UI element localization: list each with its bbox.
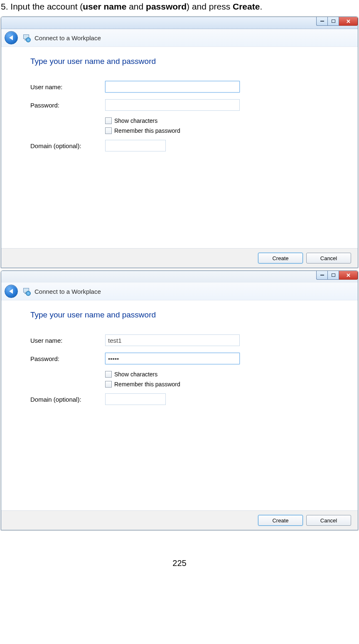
instr-username: user name [83,2,126,11]
instr-prefix: 5. Input the account ( [1,2,83,11]
password-label: Password: [30,102,105,109]
page-number: 225 [1,559,358,568]
show-characters-label: Show characters [114,117,157,124]
minimize-button[interactable] [316,17,327,26]
back-arrow-icon [9,289,13,294]
instr-create: Create [233,2,260,11]
cancel-button[interactable]: Cancel [306,515,351,526]
network-icon [22,34,30,42]
username-input[interactable] [105,334,240,346]
domain-input[interactable] [105,393,166,405]
close-button[interactable]: ✕ [339,17,358,26]
instr-password: password [146,2,187,11]
show-characters-checkbox[interactable] [105,371,112,378]
back-button[interactable] [5,285,18,298]
instr-suf1: ) and press [187,2,233,11]
back-button[interactable] [5,31,18,44]
domain-label: Domain (optional): [30,142,105,149]
create-button[interactable]: Create [258,253,303,263]
back-arrow-icon [9,35,13,40]
connect-workplace-window-1: ✕ Connect to a Workplace Type your user … [1,17,358,268]
remember-password-checkbox[interactable] [105,127,112,134]
minimize-button[interactable] [316,271,327,280]
window-titlebar: ✕ [1,17,358,29]
cancel-button[interactable]: Cancel [306,253,351,263]
page-heading: Type your user name and password [30,57,341,66]
show-characters-checkbox[interactable] [105,117,112,124]
instr-suf2: . [260,2,262,11]
close-button[interactable]: ✕ [339,271,358,280]
password-input[interactable] [105,353,240,364]
wizard-title: Connect to a Workplace [34,34,101,41]
connect-workplace-window-2: ✕ Connect to a Workplace Type your user … [1,271,358,530]
window-footer: Create Cancel [1,510,358,530]
wizard-title: Connect to a Workplace [34,288,101,295]
remember-password-checkbox[interactable] [105,381,112,388]
username-input[interactable] [105,81,240,93]
username-label: User name: [30,337,105,344]
password-input[interactable] [105,99,240,111]
instr-mid: and [126,2,146,11]
password-label: Password: [30,355,105,362]
maximize-button[interactable] [327,17,339,26]
page-heading: Type your user name and password [30,310,341,320]
username-label: User name: [30,83,105,90]
remember-password-label: Remember this password [114,381,180,388]
remember-password-label: Remember this password [114,127,180,134]
network-icon [22,287,30,295]
obscured-background: ✕ [1,271,358,283]
domain-input[interactable] [105,140,166,151]
window-footer: Create Cancel [1,248,358,268]
maximize-button[interactable] [327,271,339,280]
wizard-header: Connect to a Workplace [1,283,358,300]
instruction-text: 5. Input the account (user name and pass… [1,2,358,12]
wizard-header: Connect to a Workplace [1,29,358,47]
domain-label: Domain (optional): [30,396,105,403]
create-button[interactable]: Create [258,515,303,526]
show-characters-label: Show characters [114,371,157,378]
